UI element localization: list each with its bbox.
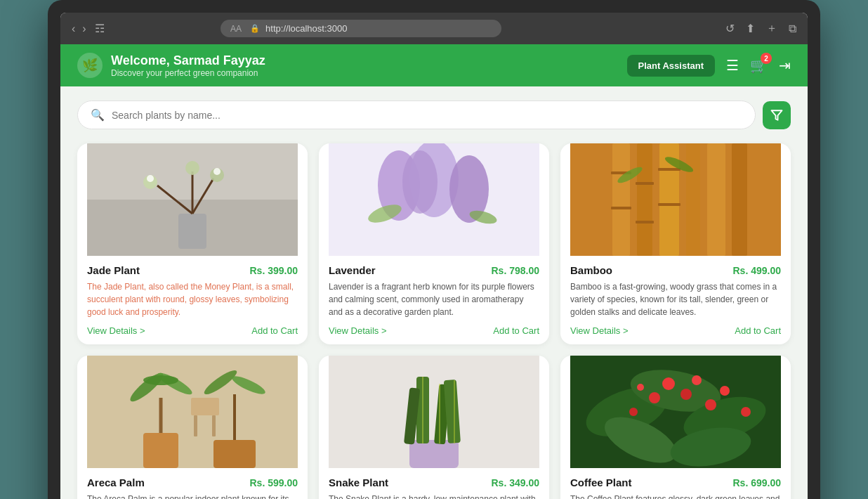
- app-header: 🌿 Welcome, Sarmad Fayyaz Discover your p…: [60, 44, 808, 86]
- filter-button[interactable]: [763, 101, 791, 129]
- svg-rect-23: [686, 143, 700, 256]
- share-button[interactable]: ⬆: [746, 22, 755, 35]
- plant-card-snake: Snake Plant Rs. 349.00 The Snake Plant i…: [319, 356, 549, 499]
- svg-rect-20: [612, 143, 630, 256]
- plant-price-palm: Rs. 599.00: [250, 477, 298, 488]
- svg-point-66: [692, 375, 702, 385]
- svg-point-16: [402, 150, 438, 214]
- svg-point-68: [720, 386, 730, 396]
- svg-point-69: [629, 408, 638, 416]
- new-tab-button[interactable]: ＋: [766, 21, 777, 36]
- url-bar[interactable]: AA 🔒 http://localhost:3000: [221, 20, 501, 37]
- plants-grid: Jade Plant Rs. 399.00 The Jade Plant, al…: [77, 143, 791, 499]
- brand-icon: 🌿: [77, 53, 103, 78]
- svg-rect-24: [707, 143, 725, 256]
- app-content: 🔍: [60, 86, 808, 499]
- view-details-link-jade[interactable]: View Details >: [87, 325, 145, 336]
- svg-point-11: [213, 168, 221, 175]
- view-details-link-bamboo[interactable]: View Details >: [570, 325, 629, 336]
- welcome-text: Welcome, Sarmad Fayyaz: [111, 53, 265, 68]
- svg-rect-27: [611, 207, 631, 209]
- plant-image-jade: [77, 143, 308, 256]
- header-actions: Plant Assistant ☰ 🛒 2 ⇥: [627, 55, 791, 77]
- refresh-button[interactable]: ↺: [725, 22, 735, 35]
- svg-point-64: [662, 377, 675, 390]
- plant-desc-coffee: The Coffee Plant features glossy, dark g…: [570, 493, 781, 499]
- plant-price-coffee: Rs. 699.00: [733, 477, 782, 488]
- plant-image-bamboo: [560, 143, 791, 256]
- url-text: http://localhost:3000: [265, 23, 347, 34]
- svg-rect-3: [178, 214, 206, 249]
- view-details-link-lavender[interactable]: View Details >: [329, 325, 387, 336]
- back-button[interactable]: ‹: [72, 23, 75, 34]
- plant-name-snake: Snake Plant: [329, 477, 388, 488]
- plant-name-coffee: Coffee Plant: [570, 477, 632, 488]
- svg-rect-21: [637, 143, 652, 256]
- tabs-button[interactable]: ⧉: [789, 22, 796, 35]
- filter-icon: [770, 109, 783, 122]
- svg-rect-31: [658, 203, 680, 206]
- plant-card-footer-bamboo: View Details > Add to Cart: [570, 325, 781, 336]
- lock-icon: 🔒: [250, 24, 260, 33]
- svg-rect-47: [191, 398, 219, 415]
- svg-rect-25: [732, 143, 747, 256]
- plant-card-header-coffee: Coffee Plant Rs. 699.00: [570, 477, 781, 488]
- plant-image-coffee: [560, 356, 791, 468]
- plant-name-lavender: Lavender: [329, 264, 376, 276]
- plant-name-bamboo: Bamboo: [570, 264, 612, 276]
- plant-card-body-palm: Areca Palm Rs. 599.00 The Areca Palm is …: [77, 468, 308, 499]
- bookmarks-button[interactable]: ☶: [95, 22, 105, 35]
- add-to-cart-button-lavender[interactable]: Add to Cart: [493, 325, 539, 336]
- forward-button[interactable]: ›: [82, 23, 86, 34]
- svg-rect-29: [636, 221, 654, 223]
- brand-subtitle: Discover your perfect green companion: [111, 68, 265, 78]
- plant-image-palm: [77, 356, 308, 468]
- svg-rect-30: [658, 168, 680, 171]
- browser-actions: ↺ ⬆ ＋ ⧉: [725, 21, 796, 36]
- svg-point-9: [185, 161, 199, 175]
- plant-price-bamboo: Rs. 499.00: [733, 265, 782, 276]
- plant-desc-palm: The Areca Palm is a popular indoor plant…: [87, 493, 298, 499]
- plant-card-footer-jade: View Details > Add to Cart: [87, 325, 298, 336]
- svg-rect-45: [194, 415, 197, 436]
- svg-point-70: [741, 407, 751, 417]
- logout-button[interactable]: ⇥: [779, 57, 791, 74]
- brand-text: Welcome, Sarmad Fayyaz Discover your per…: [111, 53, 265, 78]
- plant-card-palm: Areca Palm Rs. 599.00 The Areca Palm is …: [77, 356, 308, 499]
- svg-point-41: [143, 375, 178, 385]
- plant-card-header-snake: Snake Plant Rs. 349.00: [329, 477, 539, 488]
- svg-marker-0: [772, 110, 782, 120]
- plant-desc-snake: The Snake Plant is a hardy, low-maintena…: [329, 493, 539, 499]
- plant-card-header-palm: Areca Palm Rs. 599.00: [87, 477, 298, 488]
- plant-assistant-button[interactable]: Plant Assistant: [627, 55, 715, 77]
- browser-nav: ‹ ›: [72, 23, 86, 34]
- browser-chrome: ‹ › ☶ AA 🔒 http://localhost:3000 ↺ ⬆ ＋ ⧉: [60, 13, 808, 44]
- cart-badge: 2: [761, 53, 772, 64]
- add-to-cart-button-bamboo[interactable]: Add to Cart: [735, 325, 781, 336]
- plant-desc-lavender: Lavender is a fragrant herb known for it…: [329, 280, 539, 318]
- search-icon: 🔍: [91, 108, 105, 122]
- search-container: 🔍: [77, 101, 756, 129]
- plant-image-snake: [319, 356, 549, 468]
- plant-card-bamboo: Bamboo Rs. 499.00 Bamboo is a fast-growi…: [560, 143, 791, 344]
- plant-card-body-bamboo: Bamboo Rs. 499.00 Bamboo is a fast-growi…: [560, 256, 791, 344]
- menu-button[interactable]: ☰: [726, 57, 739, 74]
- svg-point-63: [649, 392, 660, 403]
- plant-card-body-jade: Jade Plant Rs. 399.00 The Jade Plant, al…: [77, 256, 308, 344]
- plant-name-jade: Jade Plant: [87, 264, 140, 276]
- plant-price-lavender: Rs. 798.00: [492, 265, 540, 276]
- plant-price-snake: Rs. 349.00: [492, 477, 540, 488]
- svg-rect-35: [143, 433, 178, 468]
- add-to-cart-button-jade[interactable]: Add to Cart: [251, 325, 298, 336]
- plant-card-lavender: Lavender Rs. 798.00 Lavender is a fragra…: [319, 143, 549, 344]
- cart-button[interactable]: 🛒 2: [750, 57, 768, 74]
- plant-card-body-snake: Snake Plant Rs. 349.00 The Snake Plant i…: [319, 468, 549, 499]
- plant-card-jade: Jade Plant Rs. 399.00 The Jade Plant, al…: [77, 143, 308, 344]
- aa-label: AA: [230, 24, 242, 34]
- plant-card-header-bamboo: Bamboo Rs. 499.00: [570, 264, 781, 276]
- search-input[interactable]: [112, 110, 742, 121]
- svg-point-67: [705, 399, 716, 410]
- plant-card-coffee: Coffee Plant Rs. 699.00 The Coffee Plant…: [560, 356, 791, 499]
- search-row: 🔍: [77, 101, 791, 129]
- svg-point-65: [680, 389, 692, 400]
